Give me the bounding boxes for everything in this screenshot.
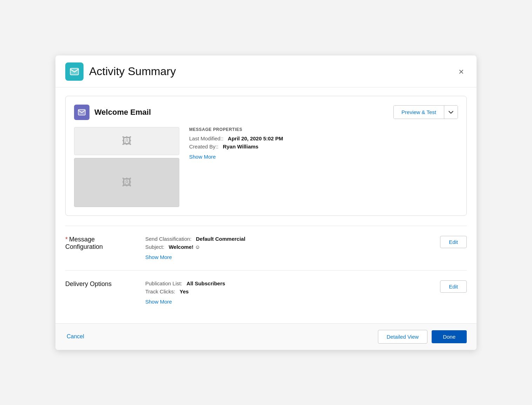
preview-test-dropdown-button[interactable] bbox=[444, 106, 458, 119]
page-title: Activity Summary bbox=[89, 65, 176, 78]
activity-summary-modal: Activity Summary × Welcome Email bbox=[55, 55, 477, 350]
cancel-button[interactable]: Cancel bbox=[65, 331, 86, 343]
image-placeholder-icon-2: 🖼 bbox=[122, 177, 132, 188]
preview-test-group: Preview & Test bbox=[393, 105, 458, 119]
message-configuration-edit-button[interactable]: Edit bbox=[440, 236, 467, 248]
last-modified-key: Last Modified:: bbox=[189, 135, 224, 141]
track-clicks-key: Track Clicks: bbox=[145, 288, 175, 294]
envelope-icon bbox=[69, 67, 79, 77]
message-properties: MESSAGE PROPERTIES Last Modified:: April… bbox=[189, 127, 458, 207]
thumb-bottom: 🖼 bbox=[74, 158, 179, 207]
subject-key: Subject: bbox=[145, 244, 164, 250]
delivery-options-content: Publication List: All Subscribers Track … bbox=[145, 280, 430, 305]
delivery-options-label-col: Delivery Options bbox=[65, 280, 135, 288]
delivery-options-edit-button[interactable]: Edit bbox=[440, 280, 467, 293]
message-configuration-section: *MessageConfiguration Send Classificatio… bbox=[65, 226, 467, 270]
email-card-title-group: Welcome Email bbox=[74, 105, 151, 120]
message-configuration-content: Send Classification: Default Commercial … bbox=[145, 236, 430, 260]
publication-list-key: Publication List: bbox=[145, 280, 182, 286]
subject-row: Subject: Welcome! ☺ bbox=[145, 244, 430, 250]
thumb-top: 🖼 bbox=[74, 127, 179, 155]
modal-header: Activity Summary × bbox=[55, 55, 477, 87]
done-button[interactable]: Done bbox=[432, 330, 467, 343]
track-clicks-row: Track Clicks: Yes bbox=[145, 288, 430, 294]
send-classification-key: Send Classification: bbox=[145, 236, 192, 242]
message-configuration-label: *MessageConfiguration bbox=[65, 236, 135, 251]
delivery-options-show-more[interactable]: Show More bbox=[145, 299, 172, 305]
modal-body: Welcome Email Preview & Test 🖼 bbox=[55, 87, 477, 323]
created-by-value: Ryan Williams bbox=[223, 144, 259, 150]
footer-right: Detailed View Done bbox=[378, 330, 467, 344]
chevron-down-icon bbox=[448, 110, 453, 115]
message-config-show-more[interactable]: Show More bbox=[145, 254, 172, 260]
email-icon-box bbox=[74, 105, 89, 120]
publication-list-row: Publication List: All Subscribers bbox=[145, 280, 430, 286]
modal-header-left: Activity Summary bbox=[65, 62, 176, 81]
email-icon bbox=[78, 108, 86, 117]
send-classification-value: Default Commercial bbox=[196, 236, 245, 242]
image-placeholder-icon: 🖼 bbox=[122, 135, 132, 147]
header-icon-box bbox=[65, 62, 84, 81]
email-card-header: Welcome Email Preview & Test bbox=[74, 105, 458, 120]
message-configuration-edit-col: Edit bbox=[440, 236, 467, 248]
delivery-options-section: Delivery Options Publication List: All S… bbox=[65, 270, 467, 315]
publication-list-value: All Subscribers bbox=[187, 280, 225, 286]
email-card-show-more[interactable]: Show More bbox=[189, 154, 216, 160]
email-card: Welcome Email Preview & Test 🖼 bbox=[65, 96, 467, 216]
last-modified-row: Last Modified:: April 20, 2020 5:02 PM bbox=[189, 135, 458, 141]
send-classification-row: Send Classification: Default Commercial bbox=[145, 236, 430, 242]
message-properties-label: MESSAGE PROPERTIES bbox=[189, 127, 458, 132]
detailed-view-button[interactable]: Detailed View bbox=[378, 330, 427, 344]
modal-footer: Cancel Detailed View Done bbox=[55, 323, 477, 350]
created-by-row: Created By:: Ryan Williams bbox=[189, 144, 458, 150]
delivery-options-label: Delivery Options bbox=[65, 280, 135, 288]
delivery-options-edit-col: Edit bbox=[440, 280, 467, 293]
created-by-key: Created By:: bbox=[189, 144, 218, 150]
message-configuration-label-col: *MessageConfiguration bbox=[65, 236, 135, 251]
email-card-content: 🖼 🖼 MESSAGE PROPERTIES Last Modified:: A… bbox=[74, 127, 458, 207]
subject-value: Welcome! ☺ bbox=[169, 244, 200, 250]
required-star: * bbox=[65, 236, 68, 243]
close-button[interactable]: × bbox=[456, 66, 467, 78]
last-modified-value: April 20, 2020 5:02 PM bbox=[228, 135, 283, 141]
track-clicks-value: Yes bbox=[180, 288, 189, 294]
email-preview-thumbnail: 🖼 🖼 bbox=[74, 127, 179, 207]
preview-test-button[interactable]: Preview & Test bbox=[394, 106, 444, 119]
email-name: Welcome Email bbox=[94, 108, 151, 117]
